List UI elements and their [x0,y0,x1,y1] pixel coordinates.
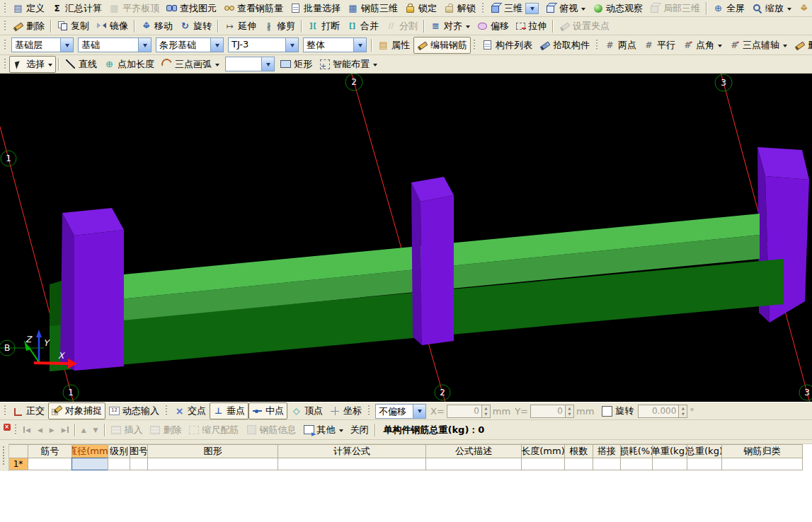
rectangle-button[interactable]: 矩形 [277,56,316,73]
dynamic-input-button[interactable]: 动态输入 [105,402,163,419]
midpoint-snap-button[interactable]: 中点 [248,402,287,419]
fullscreen-button[interactable]: 全屏 [709,0,748,17]
component-list-button[interactable]: 构件列表 [479,37,536,54]
delete-button[interactable]: 删除 [9,18,48,35]
lock-button[interactable]: 锁定 [401,0,440,17]
rotate-angle-input[interactable]: 0.000 [638,405,679,418]
batch-select-button[interactable]: 批量选择 [287,0,344,17]
parallel-axis-button[interactable]: 平行 [640,37,679,54]
table-cell[interactable] [130,458,148,470]
copy-button[interactable]: 复制 [54,18,93,35]
toolbar-grip[interactable] [595,40,599,51]
dropdown-arrow-button[interactable] [413,405,425,418]
component-name-select[interactable]: TJ-3 [228,37,299,52]
select-button[interactable]: 选择 [9,56,56,73]
column-middle[interactable] [411,177,454,345]
floor-select[interactable]: 基础层 [11,37,74,52]
dropdown-arrow-button[interactable] [285,38,298,52]
table-corner-cell[interactable] [8,444,28,458]
stretch-button[interactable]: 拉伸 [513,18,550,35]
x-coordinate-input[interactable]: 0 [447,405,482,418]
find-element-button[interactable]: 查找图元 [163,0,220,17]
view-3d-dropdown[interactable] [525,3,539,14]
arc-option-select[interactable] [225,57,275,71]
close-panel-icon[interactable] [4,424,11,431]
pan-button[interactable]: 平移 [795,0,812,17]
table-cell[interactable] [652,458,687,470]
display-mode-select[interactable]: 整体 [303,37,367,52]
top-view-button[interactable]: 俯视 [542,0,589,17]
point-angle-axis-button[interactable]: 点角 [679,37,726,54]
y-spinner[interactable]: ▲▼ [566,405,574,418]
table-header-cell[interactable]: 单重(kg) [652,444,687,458]
table-cell[interactable] [521,458,565,470]
dropdown-arrow-button[interactable] [138,38,151,52]
smart-layout-button[interactable]: 智能布置 [316,56,381,73]
object-snap-button[interactable]: 对象捕捉 [48,402,105,419]
table-cell[interactable] [564,458,593,470]
view-rebar-qty-button[interactable]: 查看钢筋量 [220,0,287,17]
three-point-arc-button[interactable]: 三点画弧 [158,56,223,73]
toolbar-grip[interactable] [367,405,371,417]
table-header-cell[interactable]: 搭接 [593,444,621,458]
zoom-button[interactable]: 缩放 [748,0,795,17]
toolbar-grip[interactable] [14,424,18,436]
table-header-cell[interactable]: 损耗(%) [620,444,653,458]
vertex-snap-button[interactable]: 顶点 [287,402,326,419]
coordinate-snap-button[interactable]: 坐标 [326,402,365,419]
table-cell[interactable] [108,458,130,470]
x-spinner[interactable]: ▲▼ [482,405,491,418]
rotate-button[interactable]: 旋转 [176,18,215,35]
table-header-cell[interactable]: 图号 [130,444,148,458]
define-button[interactable]: 定义 [9,0,48,17]
table-header-cell-active[interactable]: 直径(mm) [72,444,108,458]
offset-mode-select[interactable]: 不偏移 [375,404,426,419]
table-cell[interactable] [721,458,803,470]
orbit-button[interactable]: 动态观察 [589,0,646,17]
ortho-button[interactable]: 正交 [9,402,48,419]
align-button[interactable]: 对齐 [427,18,474,35]
table-cell[interactable] [28,458,72,470]
mirror-button[interactable]: 镜像 [93,18,132,35]
perpendicular-snap-button[interactable]: 垂点 [210,402,248,419]
extend-button[interactable]: 延伸 [221,18,260,35]
category-select[interactable]: 基础 [78,37,151,52]
dropdown-arrow-button[interactable] [210,38,223,52]
table-header-cell[interactable]: 级别 [108,444,130,458]
table-left-grip[interactable] [0,443,9,471]
break-button[interactable]: 打断 [304,18,343,35]
edit-rebar-button[interactable]: 编辑钢筋 [413,37,471,54]
point-length-button[interactable]: 点加长度 [101,56,158,73]
table-header-cell[interactable]: 筋号 [28,444,72,458]
table-cell-selected[interactable] [72,458,108,470]
dropdown-arrow-button[interactable] [60,38,73,52]
spin-down-icon[interactable]: ▼ [482,411,490,417]
toolbar-grip[interactable] [481,3,485,14]
line-button[interactable]: 直线 [62,56,101,73]
dropdown-arrow-button[interactable] [353,38,366,52]
table-cell[interactable] [147,458,278,470]
intersection-snap-button[interactable]: 交点 [171,402,210,419]
dropdown-arrow-button[interactable] [261,57,274,71]
properties-button[interactable]: 属性 [374,37,413,54]
summary-calc-button[interactable]: 汇总计算 [48,0,105,17]
table-cell[interactable] [687,458,722,470]
trim-button[interactable]: 修剪 [260,18,299,35]
toolbar-grip[interactable] [4,3,7,14]
view-3d-button[interactable]: 三维 [487,0,542,17]
toolbar-grip[interactable] [4,59,7,70]
table-header-cell[interactable]: 长度(mm) [521,444,565,458]
row-number-cell[interactable]: 1* [8,458,28,470]
spin-up-icon[interactable]: ▲ [566,405,573,412]
close-editor-button[interactable]: 关闭 [347,422,372,439]
table-header-cell[interactable]: 公式描述 [425,444,522,458]
toolbar-grip[interactable] [4,40,7,51]
rotate-checkbox[interactable] [602,406,612,417]
rotate-spinner[interactable]: ▲▼ [679,405,687,418]
delete-aux-axis-button[interactable]: 删除辅轴 [791,37,812,54]
rebar-3d-button[interactable]: 钢筋三维 [344,0,401,17]
component-type-select[interactable]: 条形基础 [156,37,224,52]
column-left[interactable] [60,208,124,371]
pick-component-button[interactable]: 拾取构件 [536,37,593,54]
table-cell[interactable] [620,458,653,470]
